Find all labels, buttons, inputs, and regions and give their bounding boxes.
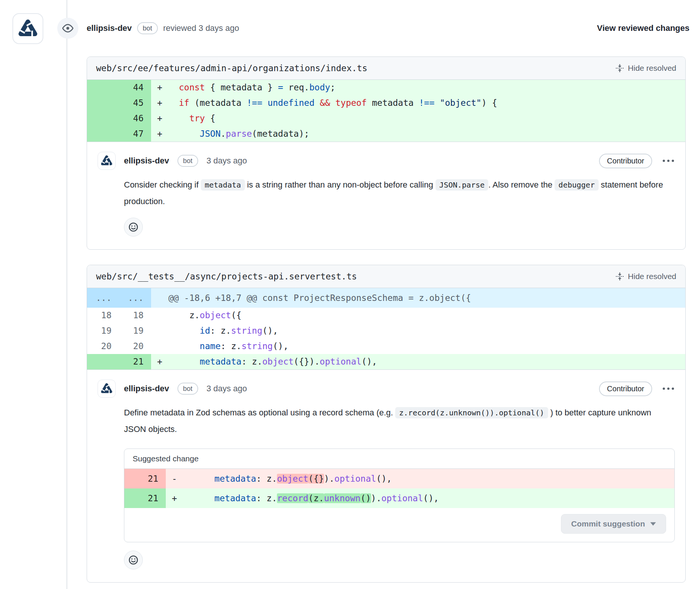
diff-line-19: 1919 id: z.string(), [87,323,685,339]
code-line: + if (metadata !== undefined && typeof m… [151,95,685,111]
inline-code: z.record(z.unknown()).optional() [395,407,548,418]
timeline-line [66,0,67,589]
caret-down-icon [650,522,656,526]
file-header: web/src/ee/features/admin-api/organizati… [87,57,685,80]
old-line-number[interactable] [87,354,119,369]
add-reaction-button[interactable] [124,551,143,569]
commit-suggestion-button[interactable]: Commit suggestion [561,514,666,534]
old-line-number[interactable]: ... [87,288,119,308]
comment-body: Consider checking if metadata is a strin… [124,177,675,209]
review-action-text: reviewed 3 days ago [163,23,239,33]
ellipsis-dev-logo [101,383,113,395]
file-path[interactable]: web/src/ee/features/admin-api/organizati… [96,63,367,73]
eye-icon [57,18,78,39]
comment-header: ellipsis-dev bot 3 days ago Contributor [98,152,675,170]
code-line: name: z.string(), [151,339,685,354]
bot-badge: bot [137,22,158,35]
pr-review-page: { "colors": { "brand-navy": "#1d3c5e", "… [0,0,700,589]
diff-hunk: 44+ const { metadata } = req.body;45+ if… [87,80,685,142]
code-line: @@ -18,6 +18,7 @@ const ProjectResponseS… [151,288,685,308]
comment-author[interactable]: ellipsis-dev [124,156,169,166]
contributor-badge: Contributor [599,154,652,168]
line-number[interactable]: 44 [119,80,151,95]
old-line-number[interactable] [87,95,119,111]
contributor-badge: Contributor [599,381,652,396]
comment-timestamp: 3 days ago [206,156,247,166]
file-header: web/src/__tests__/async/projects-api.ser… [87,265,685,288]
line-number[interactable]: 21 [119,354,151,369]
code-line: z.object({ [151,308,685,323]
old-line-number[interactable]: 20 [87,339,119,354]
code-line: + JSON.parse(metadata); [151,126,685,142]
comment-body: Define metadata in Zod schemas as option… [124,404,675,437]
line-number[interactable]: 20 [119,339,151,354]
hide-resolved-button[interactable]: Hide resolved [616,64,676,73]
diff-line-46: 46+ try { [87,111,685,126]
old-line-number[interactable]: 18 [87,308,119,323]
file-path[interactable]: web/src/__tests__/async/projects-api.ser… [96,272,357,281]
comment-text: Define metadata in Zod schemas as option… [124,408,395,417]
diff-line-21: 21+ metadata: z.record(z.unknown()).opti… [124,488,674,508]
code-line: + metadata: z.object({}).optional(), [151,354,685,369]
commit-suggestion-label: Commit suggestion [571,519,645,528]
review-title-row: ellipsis-dev bot reviewed 3 days ago Vie… [87,18,689,38]
review-author[interactable]: ellipsis-dev [87,23,132,33]
review-comment: ellipsis-dev bot 3 days ago Contributor … [87,370,685,582]
ellipsis-dev-logo [101,155,113,167]
review-comment: ellipsis-dev bot 3 days ago Contributor … [87,142,685,249]
bot-badge: bot [177,383,198,395]
old-line-number[interactable]: 19 [87,323,119,339]
diff-line-20: 2020 name: z.string(), [87,339,685,354]
inline-code: metadata [201,179,245,191]
old-line-number[interactable] [87,126,119,142]
review-thread-card: web/src/__tests__/async/projects-api.ser… [87,265,686,583]
line-number[interactable]: 45 [119,95,151,111]
comment-timestamp: 3 days ago [206,384,247,394]
code-line: id: z.string(), [151,323,685,339]
comment-text: is a string rather than any non-object b… [245,180,436,189]
kebab-menu-button[interactable] [662,157,675,164]
line-number[interactable]: 21 [124,488,166,508]
diff-line-45: 45+ if (metadata !== undefined && typeof… [87,95,685,111]
line-number[interactable]: 19 [119,323,151,339]
line-number[interactable]: 18 [119,308,151,323]
avatar[interactable] [98,152,116,170]
diff-hunk: ......@@ -18,6 +18,7 @@ const ProjectRes… [87,288,685,370]
suggested-change-title: Suggested change [124,449,674,469]
old-line-number[interactable] [87,80,119,95]
add-reaction-button[interactable] [124,218,143,237]
avatar[interactable] [98,380,116,398]
code-line: + metadata: z.record(z.unknown()).option… [166,488,674,508]
avatar[interactable] [12,13,43,44]
inline-code: JSON.parse [436,179,488,191]
diff-line-21: 21- metadata: z.object({}).optional(), [124,469,674,488]
comment-text: Consider checking if [124,180,201,189]
line-number[interactable]: 47 [119,126,151,142]
line-number[interactable]: ... [119,288,151,308]
smiley-icon [128,555,138,565]
hide-resolved-label: Hide resolved [628,272,676,281]
hide-resolved-button[interactable]: Hide resolved [616,272,676,281]
view-reviewed-changes-link[interactable]: View reviewed changes [597,23,689,33]
review-header: ellipsis-dev bot reviewed 3 days ago Vie… [0,0,700,56]
comment-text: . Also remove the [488,180,555,189]
kebab-menu-button[interactable] [662,385,675,392]
diff-line-18: 1818 z.object({ [87,308,685,323]
diff-line-47: 47+ JSON.parse(metadata); [87,126,685,142]
diff-line: ......@@ -18,6 +18,7 @@ const ProjectRes… [87,288,685,308]
comment-header: ellipsis-dev bot 3 days ago Contributor [98,380,675,398]
code-line: + try { [151,111,685,126]
code-line: - metadata: z.object({}).optional(), [166,469,674,488]
diff-line-44: 44+ const { metadata } = req.body; [87,80,685,95]
line-number[interactable]: 21 [124,469,166,488]
inline-code: debugger [555,179,598,191]
suggestion-diff: 21- metadata: z.object({}).optional(),21… [124,469,674,508]
old-line-number[interactable] [87,111,119,126]
smiley-icon [128,222,138,232]
comment-author[interactable]: ellipsis-dev [124,384,169,394]
bot-badge: bot [177,155,198,167]
diff-line-21: 21+ metadata: z.object({}).optional(), [87,354,685,369]
line-number[interactable]: 46 [119,111,151,126]
review-thread-card: web/src/ee/features/admin-api/organizati… [87,56,686,250]
hide-resolved-label: Hide resolved [628,64,676,73]
